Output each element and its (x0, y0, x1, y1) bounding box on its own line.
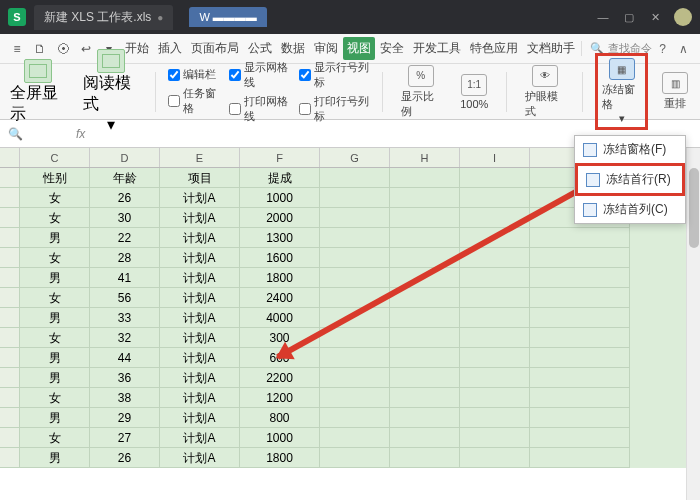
table-row[interactable]: 男41计划A1800 (0, 268, 700, 288)
tab-title: 新建 XLS 工作表.xls (44, 9, 151, 26)
menu-devtools[interactable]: 开发工具 (409, 37, 465, 60)
col-header[interactable]: F (240, 148, 320, 167)
fx-label[interactable]: fx (76, 127, 85, 141)
avatar[interactable] (674, 8, 692, 26)
menu-security[interactable]: 安全 (376, 37, 408, 60)
chk-taskpane[interactable]: 任务窗格 (168, 86, 220, 116)
col-header[interactable]: E (160, 148, 240, 167)
chk-printgrid[interactable]: 打印网格线 (229, 94, 291, 124)
menu-dochelp[interactable]: 文档助手 (523, 37, 579, 60)
secondary-tab[interactable]: W ▬▬▬▬ (189, 7, 266, 27)
menu-review[interactable]: 审阅 (310, 37, 342, 60)
table-row[interactable]: 男44计划A600 (0, 348, 700, 368)
freeze-panes-button[interactable]: ▦ 冻结窗格▾ (595, 53, 648, 130)
chk-editbar[interactable]: 编辑栏 (168, 67, 220, 82)
zoom-100-icon: 1:1 (461, 74, 487, 96)
col-header[interactable]: C (20, 148, 90, 167)
table-row[interactable]: 女28计划A1600 (0, 248, 700, 268)
vertical-scrollbar[interactable] (686, 148, 700, 500)
chk-printhead[interactable]: 打印行号列标 (299, 94, 371, 124)
document-tab[interactable]: 新建 XLS 工作表.xls ● (34, 5, 173, 30)
eye-icon: 👁 (532, 65, 558, 87)
menu-collapse-icon[interactable]: ∧ (673, 42, 694, 56)
freeze-row-icon (586, 173, 600, 187)
freeze-col-icon (583, 203, 597, 217)
read-mode-button[interactable]: 阅读模式▾ (79, 47, 144, 136)
table-row[interactable]: 男29计划A800 (0, 408, 700, 428)
freeze-panes-icon (583, 143, 597, 157)
fullscreen-button[interactable]: 全屏显示 (6, 57, 71, 127)
freeze-dropdown: 冻结窗格(F) 冻结首行(R) 冻结首列(C) (574, 135, 686, 224)
col-header[interactable]: I (460, 148, 530, 167)
chk-gridlines[interactable]: 显示网格线 (229, 60, 291, 90)
close-icon[interactable]: ✕ (642, 6, 668, 28)
zoom-icon: % (408, 65, 434, 87)
ribbon: 全屏显示 阅读模式▾ 编辑栏 任务窗格 显示网格线 打印网格线 显示行号列标 打… (0, 64, 700, 120)
titlebar: S 新建 XLS 工作表.xls ● W ▬▬▬▬ — ▢ ✕ (0, 0, 700, 34)
dd-freeze-panes[interactable]: 冻结窗格(F) (575, 136, 685, 163)
menu-insert[interactable]: 插入 (154, 37, 186, 60)
fullscreen-icon (24, 59, 52, 83)
menu-layout[interactable]: 页面布局 (187, 37, 243, 60)
menu-features[interactable]: 特色应用 (466, 37, 522, 60)
table-row[interactable]: 男36计划A2200 (0, 368, 700, 388)
rearrange-icon: ▥ (662, 72, 688, 94)
minimize-icon[interactable]: — (590, 6, 616, 28)
table-row[interactable]: 女27计划A1000 (0, 428, 700, 448)
menu-help-icon[interactable]: ? (653, 42, 672, 56)
table-row[interactable]: 女38计划A1200 (0, 388, 700, 408)
freeze-icon: ▦ (609, 58, 635, 80)
table-row[interactable]: 女56计划A2400 (0, 288, 700, 308)
table-row[interactable]: 女32计划A300 (0, 328, 700, 348)
chk-headers[interactable]: 显示行号列标 (299, 60, 371, 90)
menu-formula[interactable]: 公式 (244, 37, 276, 60)
app-icon: S (8, 8, 26, 26)
tab-modified-dot: ● (157, 12, 163, 23)
dd-freeze-col[interactable]: 冻结首列(C) (575, 196, 685, 223)
col-header[interactable]: G (320, 148, 390, 167)
maximize-icon[interactable]: ▢ (616, 6, 642, 28)
table-row[interactable]: 男22计划A1300 (0, 228, 700, 248)
col-header[interactable]: D (90, 148, 160, 167)
name-box[interactable]: 🔍 (8, 127, 68, 141)
eye-mode-button[interactable]: 👁 护眼模式 (519, 63, 570, 121)
table-row[interactable]: 男26计划A1800 (0, 448, 700, 468)
zoom-ratio-button[interactable]: % 显示比例 (395, 63, 446, 121)
zoom-100-button[interactable]: 1:1 100% (454, 72, 494, 112)
rearrange-button[interactable]: ▥ 重排 (656, 70, 694, 113)
menu-view[interactable]: 视图 (343, 37, 375, 60)
read-mode-icon (97, 49, 125, 73)
menu-data[interactable]: 数据 (277, 37, 309, 60)
col-header[interactable]: H (390, 148, 460, 167)
dd-freeze-row[interactable]: 冻结首行(R) (575, 163, 685, 196)
